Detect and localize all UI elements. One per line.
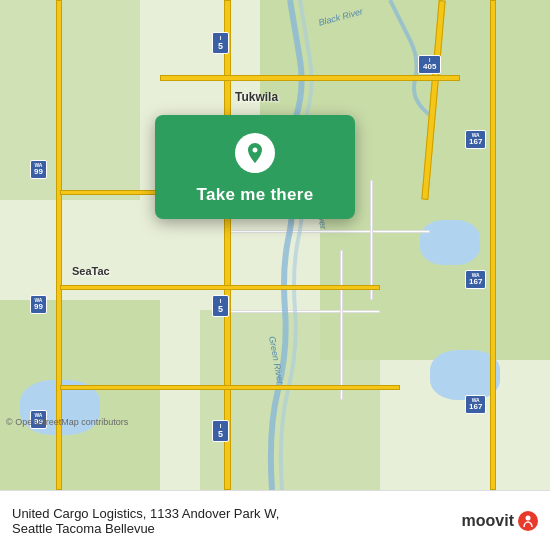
wa167-shield-1: WA 167	[465, 130, 486, 149]
moovit-logo: moovit	[462, 511, 538, 531]
i405-shield: I 405	[418, 55, 441, 74]
map-container: I 5 I 5 I 5 I 405 WA 99 WA 99	[0, 0, 550, 490]
i5-shield-mid: I 5	[212, 295, 229, 317]
minor-road-5	[340, 250, 343, 400]
moovit-text: moovit	[462, 512, 514, 530]
road-horizontal-3	[60, 285, 380, 290]
address-line2: Seattle Tacoma Bellevue	[12, 521, 452, 536]
road-horizontal-1	[160, 75, 460, 81]
minor-road-1	[230, 230, 430, 233]
tukwila-label: Tukwila	[235, 90, 278, 104]
minor-road-4	[370, 180, 373, 300]
svg-point-0	[526, 515, 531, 520]
osm-attribution: © OpenStreetMap contributors	[6, 417, 128, 427]
popup-pin	[235, 133, 275, 173]
lake-2	[420, 220, 480, 265]
road-horizontal-4	[60, 385, 400, 390]
green-area	[0, 0, 140, 200]
wa167-shield-2: WA 167	[465, 270, 486, 289]
i5-highway	[224, 0, 231, 490]
take-me-there-button[interactable]: Take me there	[197, 185, 314, 205]
wa167-highway	[490, 0, 496, 490]
wa99-shield-2: WA 99	[30, 295, 47, 314]
popup-card: Take me there	[155, 115, 355, 219]
address-block: United Cargo Logistics, 1133 Andover Par…	[12, 506, 452, 536]
address-line1: United Cargo Logistics, 1133 Andover Par…	[12, 506, 452, 521]
location-pin-icon	[243, 141, 267, 165]
minor-road-2	[230, 310, 380, 313]
wa99-shield-1: WA 99	[30, 160, 47, 179]
bottom-bar: United Cargo Logistics, 1133 Andover Par…	[0, 490, 550, 550]
seatac-label: SeaTac	[72, 265, 110, 277]
i5-shield-top: I 5	[212, 32, 229, 54]
moovit-icon	[518, 511, 538, 531]
i5-shield-bot: I 5	[212, 420, 229, 442]
wa167-shield-3: WA 167	[465, 395, 486, 414]
moovit-person-icon	[521, 514, 535, 528]
